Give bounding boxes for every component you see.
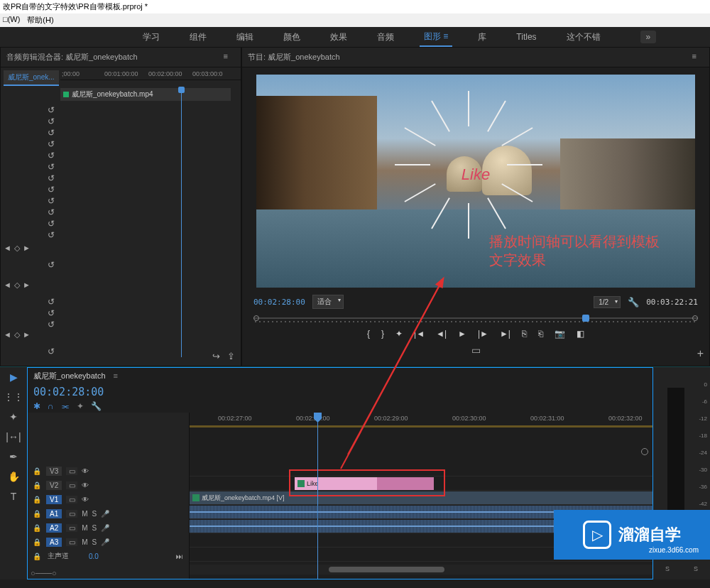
tab-custom[interactable]: 这个不错 — [562, 28, 605, 46]
export-icon[interactable]: ⇪ — [227, 351, 235, 361]
go-to-out-button[interactable]: ►| — [500, 329, 510, 339]
eye-icon[interactable]: 👁 — [82, 467, 89, 475]
tab-color[interactable]: 颜色 — [279, 28, 305, 46]
reset-row[interactable]: ↺ — [1, 184, 55, 195]
reset-row[interactable]: ↺ — [1, 218, 55, 229]
sync-lock-icon[interactable]: ▭ — [66, 538, 77, 546]
add-keyframe-icon[interactable]: ◇ — [14, 244, 20, 253]
master-track[interactable]: 🔒 主声道 0.0 ⏭ — [28, 549, 189, 563]
extract-button[interactable]: ⎗ — [538, 329, 543, 339]
tab-library[interactable]: 库 — [474, 28, 491, 46]
solo-button[interactable]: S — [92, 510, 97, 518]
panel-menu-icon[interactable]: ≡ — [692, 52, 697, 60]
step-back-button[interactable]: ◄| — [436, 329, 447, 339]
prev-keyframe-icon[interactable]: ◄ — [4, 330, 11, 339]
reset-row[interactable]: ↺ — [1, 296, 55, 307]
lock-icon[interactable]: 🔒 — [32, 510, 42, 518]
sequence-name[interactable]: 威尼斯_onekeybatch — [33, 371, 106, 381]
snap-icon[interactable]: ∩ — [48, 401, 54, 411]
tab-graphics[interactable]: 图形 ≡ — [420, 28, 452, 47]
lock-icon[interactable]: 🔒 — [32, 481, 42, 489]
reset-row[interactable]: ↺ — [1, 104, 55, 116]
eye-icon[interactable]: 👁 — [82, 481, 89, 489]
razor-tool[interactable]: |↔| — [6, 431, 21, 442]
scrub-end-icon[interactable] — [692, 315, 698, 321]
tab-effects[interactable]: 效果 — [326, 28, 351, 46]
mute-button[interactable]: M — [82, 538, 87, 546]
tab-assembly[interactable]: 组件 — [185, 28, 211, 46]
prev-keyframe-icon[interactable]: ◄ — [4, 281, 11, 290]
sync-lock-icon[interactable]: ▭ — [66, 481, 77, 489]
skip-icon[interactable]: ⏭ — [176, 552, 183, 560]
timecode-current[interactable]: 00:02:28:00 — [253, 298, 305, 307]
track-v1-lane[interactable]: 威尼斯_onekeybatch.mp4 [V] — [190, 491, 652, 505]
track-header-a3[interactable]: 🔒 A3 ▭ M S 🎤 — [28, 535, 189, 549]
reset-row[interactable]: ↺ — [1, 346, 55, 357]
prev-keyframe-icon[interactable]: ◄ — [4, 244, 11, 253]
voice-over-icon[interactable]: 🎤 — [101, 510, 109, 518]
safe-margins-icon[interactable]: ▭ — [242, 343, 709, 357]
scrub-playhead[interactable] — [582, 315, 589, 322]
new-item-icon[interactable]: ↪ — [212, 351, 220, 361]
tab-titles[interactable]: Titles — [512, 29, 540, 45]
reset-row[interactable]: ↺ — [1, 259, 55, 271]
scroll-indicator[interactable] — [641, 448, 648, 455]
mini-time-ruler[interactable]: ;00:00 00:01:00:00 00:02:00:00 00:03:00:… — [60, 67, 241, 80]
sync-lock-icon[interactable]: ▭ — [66, 510, 77, 518]
master-value[interactable]: 0.0 — [89, 552, 99, 560]
voice-over-icon[interactable]: 🎤 — [101, 538, 109, 546]
menu-help[interactable]: 帮助(H) — [27, 15, 53, 26]
track-header-v1[interactable]: 🔒 V1 ▭ 👁 — [28, 492, 189, 506]
pen-tool[interactable]: ✒ — [9, 451, 18, 462]
fit-dropdown[interactable]: 适合 — [312, 295, 344, 309]
track-label[interactable]: V1 — [46, 495, 62, 504]
settings-wrench-icon[interactable]: 🔧 — [628, 297, 639, 307]
track-label[interactable]: A3 — [46, 538, 62, 547]
reset-row[interactable]: ↺ — [1, 138, 55, 150]
scrollbar-thumb[interactable] — [329, 567, 444, 572]
sync-lock-icon[interactable]: ▭ — [66, 467, 77, 475]
reset-row[interactable]: ↺ — [1, 161, 55, 173]
track-header-a2[interactable]: 🔒 A2 ▭ M S 🎤 — [28, 521, 189, 535]
add-marker-button[interactable]: ✦ — [395, 329, 403, 339]
asset-item[interactable]: 威尼斯_onekeybatch.mp4 — [60, 88, 231, 101]
scrub-start-icon[interactable] — [253, 315, 259, 321]
mark-in-button[interactable]: { — [367, 329, 370, 339]
solo-button[interactable]: S — [92, 538, 97, 546]
track-label[interactable]: A2 — [46, 523, 62, 533]
lock-icon[interactable]: 🔒 — [32, 524, 42, 532]
clip-like[interactable]: Like — [295, 477, 434, 490]
track-v2-lane[interactable]: Like — [190, 477, 652, 491]
reset-row[interactable]: ↺ — [1, 150, 55, 161]
ripple-edit-tool[interactable]: ✦ — [9, 411, 18, 423]
reset-row[interactable]: ↺ — [1, 207, 55, 218]
voice-over-icon[interactable]: 🎤 — [101, 524, 109, 532]
workspace-overflow[interactable]: » — [640, 31, 657, 43]
track-header-v3[interactable]: 🔒 V3 ▭ 👁 — [28, 464, 189, 478]
sync-lock-icon[interactable]: ▭ — [66, 496, 77, 503]
reset-row[interactable]: ↺ — [1, 195, 55, 207]
tab-learn[interactable]: 学习 — [138, 28, 164, 46]
track-header-a1[interactable]: 🔒 A1 ▭ M S 🎤 — [28, 506, 189, 521]
track-header-v2[interactable]: 🔒 V2 ▭ 👁 — [28, 478, 189, 492]
mini-playhead[interactable] — [181, 87, 182, 357]
reset-row[interactable]: ↺ — [1, 173, 55, 184]
timeline-playhead[interactable] — [317, 413, 318, 579]
insert-mode-icon[interactable]: ✱ — [33, 401, 40, 411]
reset-row[interactable]: ↺ — [1, 307, 55, 319]
timeline-timecode[interactable]: 00:02:28:00 — [28, 384, 652, 400]
vertical-zoom[interactable]: ○───○ — [31, 569, 57, 577]
timeline-ruler[interactable]: 00:02:27:00 00:02:28:00 00:02:29:00 00:0… — [190, 413, 652, 427]
solo-toggle[interactable]: S — [665, 565, 670, 572]
track-label[interactable]: V2 — [46, 481, 62, 490]
type-tool[interactable]: T — [11, 491, 17, 502]
play-button[interactable]: ► — [458, 329, 466, 339]
panel-menu-icon[interactable]: ≡ — [114, 371, 118, 380]
hamburger-icon[interactable]: ≡ — [443, 31, 448, 41]
selection-tool[interactable]: ▶ — [10, 371, 18, 383]
eye-icon[interactable]: 👁 — [82, 496, 89, 503]
reset-row[interactable]: ↺ — [1, 229, 55, 241]
linked-selection-icon[interactable]: ⫘ — [61, 401, 70, 411]
step-forward-button[interactable]: |► — [478, 329, 488, 339]
button-editor-icon[interactable]: + — [697, 347, 704, 360]
